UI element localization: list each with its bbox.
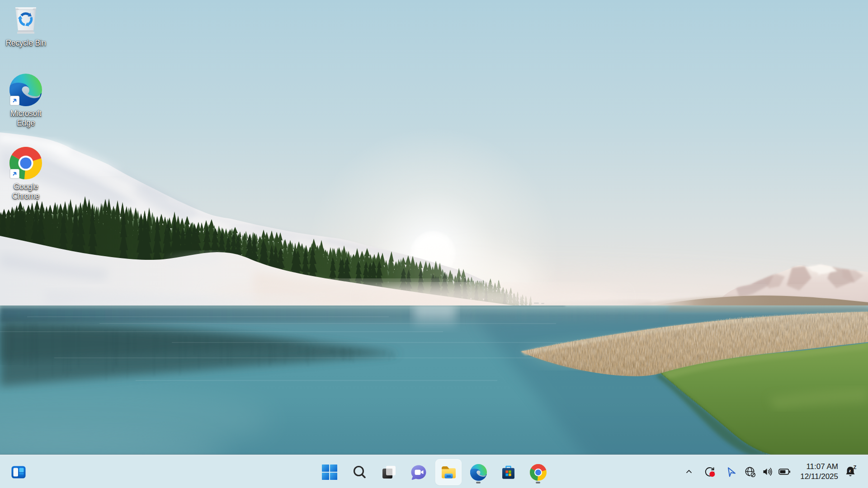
svg-text:Z: Z <box>853 465 856 470</box>
task-view-button[interactable] <box>376 460 401 485</box>
start-icon <box>322 465 337 480</box>
clock-date: 12/11/2025 <box>797 472 838 482</box>
edge-icon <box>470 464 487 481</box>
chat-icon <box>410 464 427 481</box>
shortcut-arrow-badge <box>10 169 19 178</box>
desktop-icon-label: Recycle Bin <box>5 38 46 48</box>
chrome-icon <box>530 464 547 481</box>
system-tray: 11:07 AM 12/11/2025 z Z <box>680 455 868 488</box>
location-arrow-icon <box>725 466 736 478</box>
desktop-icon-google-chrome[interactable]: Google Chrome <box>4 147 47 201</box>
chrome-taskbar-button[interactable] <box>525 460 551 485</box>
desktop-icon-microsoft-edge[interactable]: Microsoft Edge <box>4 74 47 128</box>
desktop-icon-label: Microsoft Edge <box>4 109 47 128</box>
running-indicator <box>476 482 481 483</box>
chat-button[interactable] <box>406 460 431 485</box>
widgets-icon <box>10 464 27 480</box>
network-button[interactable] <box>741 459 759 484</box>
file-explorer-button[interactable] <box>436 460 461 485</box>
start-button[interactable] <box>317 460 342 485</box>
recycle-bin-icon <box>9 3 42 36</box>
hidden-icons-button[interactable] <box>680 459 698 484</box>
search-icon <box>351 464 368 480</box>
volume-button[interactable] <box>759 459 776 484</box>
battery-icon <box>778 465 791 478</box>
wallpaper-image <box>0 0 868 488</box>
store-button[interactable] <box>495 460 521 485</box>
bell-dnd-icon: z Z <box>844 465 858 479</box>
shortcut-arrow-badge <box>10 96 19 105</box>
battery-button[interactable] <box>776 459 793 484</box>
task-view-icon <box>381 464 397 481</box>
edge-taskbar-button[interactable] <box>466 460 491 485</box>
location-button[interactable] <box>722 459 740 484</box>
running-indicator <box>536 482 540 483</box>
desktop-icon-label: Google Chrome <box>4 182 47 201</box>
windows-desktop: Recycle Bin <box>0 0 868 488</box>
desktop-icon-recycle-bin[interactable]: Recycle Bin <box>4 3 47 48</box>
notification-bell-button[interactable]: z Z <box>841 459 861 484</box>
clock-time: 11:07 AM <box>797 462 838 472</box>
widgets-button[interactable] <box>6 460 31 485</box>
taskbar-clock[interactable]: 11:07 AM 12/11/2025 <box>797 462 838 482</box>
speaker-icon <box>761 466 773 478</box>
edge-icon <box>9 74 42 106</box>
microsoft-store-icon <box>500 464 517 481</box>
search-button[interactable] <box>347 460 372 485</box>
svg-text:z: z <box>849 468 851 473</box>
taskbar: 11:07 AM 12/11/2025 z Z <box>0 455 868 488</box>
sun-reflection <box>414 305 456 330</box>
sync-recording-icon <box>703 465 716 478</box>
sync-recording-button[interactable] <box>701 459 719 484</box>
file-explorer-icon <box>440 464 457 481</box>
globe-no-internet-icon <box>744 466 756 478</box>
chrome-icon <box>9 147 42 179</box>
chevron-up-icon <box>684 467 694 477</box>
